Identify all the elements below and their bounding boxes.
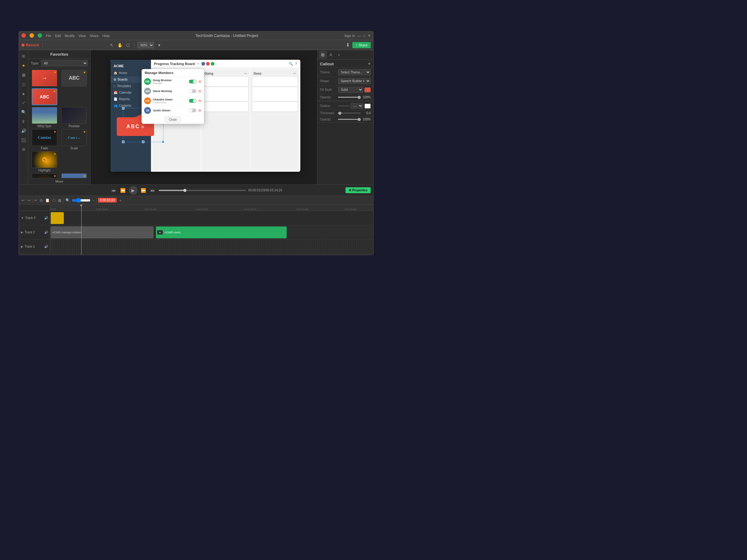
paste-icon[interactable]: 📋 — [45, 197, 50, 203]
crop-tool[interactable]: ⬡ — [125, 42, 131, 48]
track-3-expand[interactable]: ▼ — [21, 216, 24, 220]
import-button[interactable]: ⬇ — [346, 42, 350, 48]
signin-link[interactable]: Sign In — [344, 34, 355, 38]
tab-layout-icon[interactable]: ▪ — [335, 51, 343, 59]
track-1-icon[interactable]: 🔊 — [44, 245, 48, 248]
member-toggle-4[interactable]: ⊖ — [189, 108, 201, 113]
remove-member-3[interactable]: ⊖ — [198, 99, 201, 103]
properties-button[interactable]: ⚙ Properties — [345, 187, 371, 193]
skip-back-button[interactable]: ⏮ — [110, 187, 117, 194]
zoom-in-icon[interactable]: 🔍 — [65, 197, 71, 203]
track-2-icon[interactable]: 🔊 — [44, 231, 48, 234]
search-icon[interactable]: 🔍 — [288, 61, 293, 66]
skip-forward-button[interactable]: ⏭ — [149, 187, 156, 194]
cut-icon[interactable]: ✂ — [34, 197, 38, 203]
sidebar-media-icon[interactable]: ⊞ — [20, 52, 28, 60]
thickness-slider[interactable] — [338, 113, 361, 113]
sidebar-zoom-icon[interactable]: ⤢ — [20, 99, 28, 107]
sidebar-transitions-icon[interactable]: ◫ — [20, 80, 28, 88]
member-toggle-1[interactable]: ⊖ — [189, 79, 201, 84]
win-close-btn[interactable] — [22, 33, 26, 38]
undo-icon[interactable]: ↩ — [21, 197, 25, 203]
split-icon[interactable]: ⬡ — [52, 197, 56, 203]
opacity-slider[interactable] — [338, 97, 361, 98]
progress-bar[interactable] — [159, 190, 246, 191]
help-icon[interactable]: ? — [295, 61, 297, 66]
tab-media-icon[interactable]: ⊞ — [319, 51, 327, 59]
sidebar-tools-icon[interactable]: ⚙ — [20, 145, 28, 153]
outline-color-swatch[interactable] — [364, 104, 371, 109]
group-icon[interactable]: ▦ — [57, 197, 62, 203]
done-options[interactable]: ··· — [293, 72, 296, 75]
minimize-icon[interactable]: ― — [357, 34, 361, 38]
restore-icon[interactable]: □ — [363, 34, 365, 38]
favorite-item-whip-spin[interactable]: Whip Spin — [30, 107, 59, 128]
doing-options[interactable]: ··· — [244, 72, 247, 75]
sidebar-behaviors-icon[interactable]: ▲ — [20, 89, 28, 97]
modal-close-button[interactable]: Close — [165, 117, 181, 123]
favorite-item-spotlight[interactable]: ★ Spotlight — [30, 173, 59, 178]
menu-help[interactable]: Help — [102, 34, 109, 38]
doing-card-3[interactable] — [203, 102, 248, 111]
theme-select[interactable]: Select Theme... — [338, 70, 371, 75]
share-button[interactable]: ↑ Share — [352, 42, 371, 48]
handle-bottom-mid[interactable] — [142, 141, 145, 143]
track-2-expand[interactable]: ▶ — [21, 231, 23, 234]
member-toggle-3[interactable]: ⊖ — [189, 99, 201, 103]
zoom-select[interactable]: 60% — [137, 42, 154, 48]
favorite-item-pixelate[interactable]: Pixelate — [60, 107, 89, 128]
zoom-dropdown-icon[interactable]: ▾ — [156, 42, 162, 48]
sidebar-favorites-icon[interactable]: ★ — [20, 61, 28, 70]
zoom-minus-icon[interactable]: − — [92, 197, 95, 203]
tl-time-input[interactable] — [98, 198, 117, 203]
toggle-on-3[interactable] — [189, 99, 197, 103]
member-toggle-2[interactable]: ⊖ — [189, 89, 201, 93]
fill-color-swatch[interactable] — [364, 87, 371, 92]
menu-share[interactable]: Share — [89, 34, 99, 38]
step-forward-button[interactable]: ⏩ — [140, 187, 147, 194]
sidebar-annotations-icon[interactable]: ▦ — [20, 71, 28, 79]
sidebar-search-icon[interactable]: 🔍 — [20, 108, 28, 116]
step-back-button[interactable]: ⏪ — [120, 187, 126, 194]
sidebar-sound-icon[interactable]: 🔊 — [20, 127, 28, 135]
handle-bottom-left[interactable] — [122, 141, 125, 143]
shape-select[interactable]: Speech Bubble #2 — [338, 78, 371, 84]
favorite-item-fade[interactable]: Camtas ★ Fade — [30, 129, 59, 150]
remove-member-2[interactable]: ⊖ — [198, 89, 201, 93]
pointer-tool[interactable]: ↖ — [109, 42, 115, 48]
doing-card-1[interactable] — [203, 77, 248, 86]
callout-add-button[interactable]: + — [368, 61, 371, 66]
track-3-icon[interactable]: 🔊 — [44, 216, 48, 220]
favorite-item-red-arrow[interactable]: → ★ — [30, 70, 59, 87]
sidebar-cursor-icon[interactable]: ⬛ — [20, 136, 28, 144]
board-options[interactable]: ··· — [197, 62, 200, 65]
handle-bottom-right[interactable] — [162, 141, 164, 143]
win-min-btn[interactable] — [30, 33, 34, 38]
toggle-off-4[interactable] — [189, 109, 197, 112]
done-card-3[interactable] — [252, 102, 297, 111]
tl-add-track[interactable]: + — [119, 198, 122, 203]
remove-member-1[interactable]: ⊖ — [198, 79, 201, 84]
doing-card-2[interactable] — [203, 87, 248, 101]
menu-modify[interactable]: Modify — [65, 34, 75, 38]
win-max-btn[interactable] — [38, 33, 42, 38]
clip-track3-1[interactable] — [51, 212, 64, 224]
clip-track2-2[interactable]: ▪ ACME-users — [156, 226, 287, 238]
menu-edit[interactable]: Edit — [55, 34, 61, 38]
close-icon[interactable]: ✕ — [368, 34, 371, 38]
progress-knob[interactable] — [183, 189, 186, 192]
toggle-off-2[interactable] — [189, 89, 197, 93]
copy-icon[interactable]: ⧉ — [39, 197, 43, 203]
record-button[interactable]: Record — [22, 43, 38, 47]
favorite-item-abc-red[interactable]: ABC ★ — [30, 88, 59, 106]
type-select[interactable]: All — [41, 60, 88, 66]
hand-tool[interactable]: ✋ — [117, 42, 123, 48]
track-1-expand[interactable]: ▶ — [21, 245, 23, 248]
favorite-item-abc-plain[interactable]: ABC ★ — [60, 70, 89, 87]
redo-icon[interactable]: ↪ — [26, 197, 31, 203]
tab-text-icon[interactable]: A — [327, 51, 335, 59]
more-button[interactable]: More — [28, 178, 90, 185]
menu-file[interactable]: File — [46, 34, 51, 38]
play-button[interactable]: ▶ — [129, 186, 137, 195]
remove-member-4[interactable]: ⊖ — [198, 108, 201, 113]
